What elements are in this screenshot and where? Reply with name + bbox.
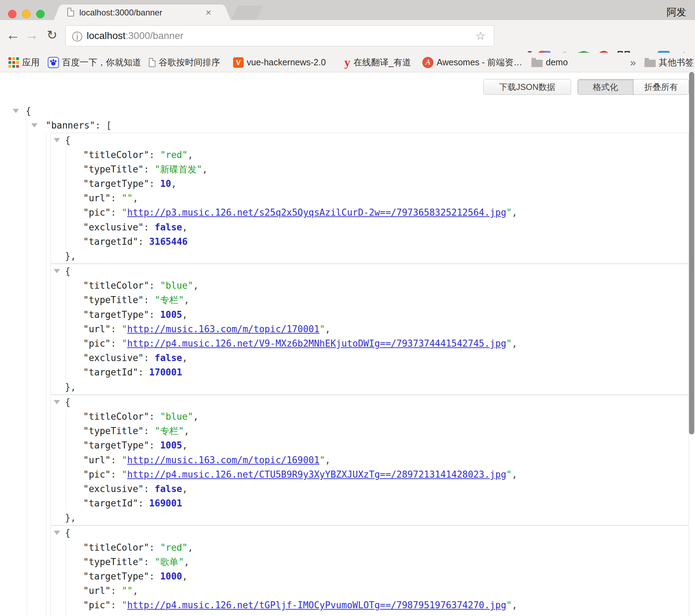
json-token: : xyxy=(111,600,121,610)
json-token: : xyxy=(149,150,160,160)
json-token: : xyxy=(111,585,121,596)
json-row: }, xyxy=(51,511,689,525)
bookmark-label: 其他书签 xyxy=(659,57,694,68)
json-token: , xyxy=(182,440,188,451)
json-row: { xyxy=(51,395,689,409)
json-key: "titleColor" xyxy=(83,542,149,553)
json-value: "blue" xyxy=(160,411,193,422)
json-key: "titleColor" xyxy=(83,280,149,291)
json-token: " xyxy=(506,469,512,480)
json-token: : xyxy=(111,455,121,465)
json-value: 170001 xyxy=(149,367,182,378)
tab-close-icon[interactable]: × xyxy=(206,7,211,18)
json-row: "pic": "http://p4.music.126.net/tGPljf-I… xyxy=(83,598,689,612)
browser-window: localhost:3000/banner × 阿发 ← → ↻ ⓘ local… xyxy=(0,0,695,616)
bookmark-awesomes[interactable]: A Awesomes - 前端资… xyxy=(422,53,522,72)
zoom-window-button[interactable] xyxy=(36,10,45,18)
collapse-toggle-icon[interactable] xyxy=(31,123,38,127)
collapse-toggle-icon[interactable] xyxy=(54,269,60,273)
bookmark-vue-hackernews[interactable]: V vue-hackernews-2.0 xyxy=(233,53,326,72)
json-token: }, xyxy=(65,382,76,392)
json-value: "" xyxy=(122,585,133,596)
apps-grid-icon xyxy=(8,57,19,68)
json-row: "titleColor": "blue", xyxy=(83,278,689,293)
bookmark-label: Awesomes - 前端资… xyxy=(437,57,522,68)
bookmark-apps[interactable]: 应用 xyxy=(8,53,40,72)
other-bookmarks-folder[interactable]: 其他书签 xyxy=(644,53,694,72)
format-button[interactable]: 格式化 xyxy=(578,79,633,94)
json-value: "" xyxy=(122,193,133,203)
json-row: "exclusive": false, xyxy=(83,482,689,496)
page-info-icon[interactable]: ⓘ xyxy=(72,30,82,44)
json-token: : xyxy=(144,353,154,363)
json-token: , xyxy=(187,150,193,160)
json-token: , xyxy=(182,222,188,232)
json-key: "pic" xyxy=(83,600,111,610)
new-tab-button[interactable] xyxy=(231,6,263,20)
bookmarks-overflow-chevron[interactable]: » xyxy=(630,53,636,72)
json-value: false xyxy=(155,353,182,363)
bookmark-youdao[interactable]: y 在线翻译_有道 xyxy=(344,53,411,72)
json-token: , xyxy=(193,280,199,291)
bookmark-label: 谷歌按时间排序 xyxy=(159,57,220,68)
json-link[interactable]: http://p4.music.126.net/CTU5B9R9y3XyYBZX… xyxy=(127,469,506,480)
json-key: "typeTitle" xyxy=(83,295,144,305)
collapse-toggle-icon[interactable] xyxy=(54,138,60,142)
json-row: "targetId": 169001 xyxy=(83,496,689,511)
json-row: "url": "", xyxy=(83,584,689,598)
reload-icon[interactable]: ↻ xyxy=(44,28,60,42)
json-token: : xyxy=(144,222,154,232)
json-row: "targetId": 170001 xyxy=(83,365,689,380)
json-token: : xyxy=(149,309,160,320)
json-key: "targetId" xyxy=(83,498,138,509)
bookmark-google-sort[interactable]: 谷歌按时间排序 xyxy=(149,53,220,72)
json-key: "pic" xyxy=(83,207,111,218)
bookmark-star-icon[interactable]: ☆ xyxy=(475,29,485,42)
json-token: : xyxy=(149,440,160,451)
minimize-window-button[interactable] xyxy=(22,10,31,18)
bookmark-baidu[interactable]: 百度一下，你就知道 xyxy=(48,53,141,72)
json-value: false xyxy=(155,484,182,494)
json-token: : xyxy=(144,426,154,436)
json-token: : xyxy=(149,280,160,291)
close-window-button[interactable] xyxy=(8,10,16,18)
json-row: "typeTitle": "歌单", xyxy=(83,555,689,569)
json-link[interactable]: http://music.163.com/m/topic/169001 xyxy=(127,455,319,465)
json-token: { xyxy=(65,527,71,538)
json-key: "typeTitle" xyxy=(83,426,144,436)
json-root-children: "banners": [{"titleColor": "red","typeTi… xyxy=(27,118,693,616)
json-link[interactable]: http://p4.music.126.net/tGPljf-IMOCyPvum… xyxy=(127,600,506,610)
json-key: "targetType" xyxy=(83,571,149,582)
url-text: localhost:3000/banner xyxy=(87,30,184,41)
folder-icon xyxy=(531,60,543,67)
page-scrollbar[interactable] xyxy=(689,72,694,434)
json-link[interactable]: http://music.163.com/m/topic/170001 xyxy=(127,324,319,334)
forward-icon[interactable]: → xyxy=(24,27,39,43)
bookmark-folder-demo[interactable]: demo xyxy=(531,53,568,72)
json-object-fields: "titleColor": "red","typeTitle": "新碟首发",… xyxy=(66,148,689,249)
json-row: "targetId": 3165446 xyxy=(83,235,689,249)
address-bar[interactable]: ⓘ localhost:3000/banner ☆ xyxy=(65,25,494,46)
json-token: : xyxy=(111,207,121,218)
json-row: "typeTitle": "新碟首发", xyxy=(83,162,689,177)
page-icon xyxy=(149,58,155,67)
collapse-toggle-icon[interactable] xyxy=(54,531,60,535)
json-link[interactable]: http://p4.music.126.net/V9-MXz6b2MNhEKju… xyxy=(127,338,506,349)
collapse-toggle-icon[interactable] xyxy=(13,109,19,113)
json-token: , xyxy=(184,426,190,436)
browser-tab[interactable]: localhost:3000/banner × xyxy=(63,5,221,20)
back-icon[interactable]: ← xyxy=(5,27,21,43)
json-token: : xyxy=(111,469,121,480)
json-token: , xyxy=(325,455,331,465)
json-key: "exclusive" xyxy=(83,615,144,616)
collapse-toggle-icon[interactable] xyxy=(54,400,60,404)
json-value: 169001 xyxy=(149,498,182,509)
view-mode-button-group: 格式化 折叠所有 xyxy=(577,79,689,95)
collapse-all-button[interactable]: 折叠所有 xyxy=(633,79,689,94)
download-json-button[interactable]: 下载JSON数据 xyxy=(483,79,571,95)
json-link[interactable]: http://p3.music.126.net/s25q2x5QyqsAzilC… xyxy=(127,207,506,218)
json-value: "red" xyxy=(160,150,187,160)
json-token: : xyxy=(111,324,121,334)
profile-name[interactable]: 阿发 xyxy=(667,6,686,19)
page-icon xyxy=(67,8,74,17)
